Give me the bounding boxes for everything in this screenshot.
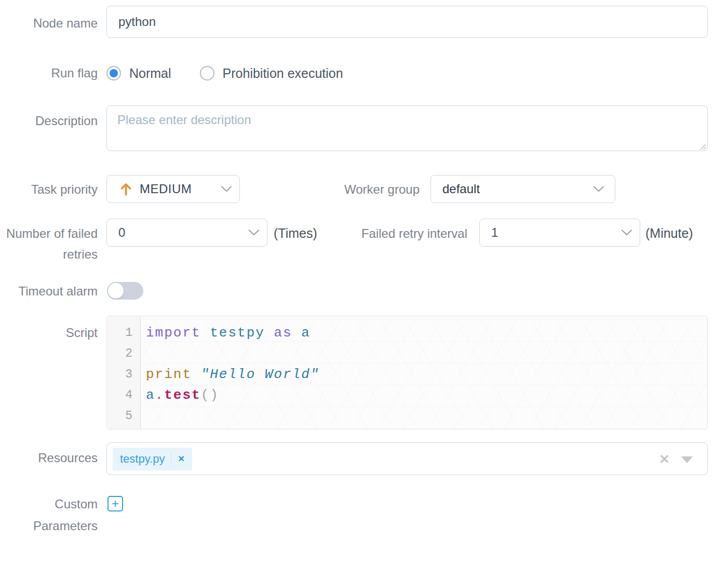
failed-retries-label: Number of failed retries (6, 226, 98, 262)
resource-tag[interactable]: testpy.py✕ (113, 448, 192, 470)
timeout-alarm-label: Timeout alarm (19, 284, 98, 299)
retry-interval-value: 1 (491, 225, 498, 240)
resources-select[interactable]: testpy.py✕ ✕ (106, 442, 708, 475)
description-textarea[interactable] (106, 105, 708, 151)
run-flag-option-normal[interactable]: Normal (106, 66, 171, 81)
add-custom-parameter-button[interactable]: + (107, 496, 123, 511)
worker-group-select[interactable]: default (430, 175, 615, 203)
editor-code-area[interactable]: import testpy as aprint "Hello World"a.t… (141, 316, 707, 429)
toggle-knob (108, 283, 124, 299)
script-label: Script (66, 325, 98, 341)
task-priority-value: MEDIUM (140, 182, 192, 196)
code-line (146, 406, 707, 426)
line-number: 4 (107, 385, 140, 406)
failed-retries-unit: (Times) (274, 226, 317, 241)
script-code-editor[interactable]: 12345 import testpy as aprint "Hello Wor… (106, 316, 708, 429)
line-number: 2 (107, 343, 140, 364)
line-number: 3 (107, 364, 140, 385)
task-priority-select[interactable]: MEDIUM (106, 175, 240, 203)
chevron-down-icon (248, 230, 260, 236)
failed-retries-select[interactable]: 0 (106, 219, 267, 247)
radio-selected-icon[interactable] (106, 66, 121, 80)
task-definition-form: Node name Run flag NormalProhibition exe… (0, 0, 728, 566)
retry-interval-select[interactable]: 1 (479, 219, 640, 247)
editor-line-number-gutter: 12345 (107, 316, 141, 429)
radio-option-label: Prohibition execution (223, 66, 343, 81)
failed-retries-value: 0 (118, 225, 125, 240)
priority-up-arrow-icon (119, 182, 132, 196)
code-line: import testpy as a (146, 322, 707, 343)
worker-group-label: Worker group (344, 182, 420, 197)
task-priority-label: Task priority (31, 182, 98, 197)
plus-icon: + (112, 496, 119, 510)
retry-interval-unit: (Minute) (645, 226, 693, 241)
tag-divider (171, 452, 171, 466)
chevron-down-icon (621, 230, 632, 236)
code-line (146, 343, 707, 364)
line-number: 5 (107, 406, 140, 426)
node-name-label: Node name (33, 16, 98, 31)
clear-icon[interactable]: ✕ (659, 452, 670, 465)
radio-option-label: Normal (129, 66, 171, 81)
textarea-resize-handle-icon[interactable] (699, 143, 706, 150)
resources-label: Resources (38, 450, 98, 466)
run-flag-radio-group: NormalProhibition execution (106, 65, 356, 82)
description-label: Description (35, 113, 98, 129)
run-flag-label: Run flag (51, 65, 98, 81)
timeout-alarm-toggle[interactable] (107, 282, 143, 300)
custom-parameters-label: Custom Parameters (33, 496, 98, 534)
line-number: 1 (107, 322, 140, 343)
code-line: print "Hello World" (146, 364, 707, 385)
chevron-down-icon (593, 186, 604, 193)
run-flag-option-prohibition[interactable]: Prohibition execution (200, 66, 343, 81)
chevron-down-icon (221, 186, 232, 193)
code-line: a.test() (146, 385, 707, 406)
caret-down-icon[interactable] (681, 456, 693, 463)
resource-tag-label: testpy.py (120, 452, 165, 466)
node-name-input[interactable] (106, 6, 708, 38)
remove-resource-icon[interactable]: ✕ (178, 455, 184, 463)
retry-interval-label: Failed retry interval (361, 226, 467, 241)
radio-unselected-icon[interactable] (200, 66, 214, 80)
worker-group-value: default (442, 182, 480, 196)
